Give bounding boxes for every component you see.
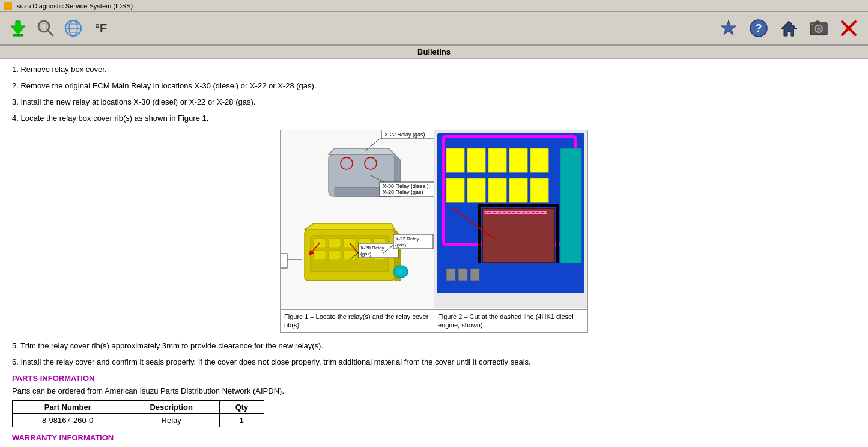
svg-rect-78 — [560, 148, 581, 269]
svg-marker-10 — [721, 20, 736, 35]
svg-rect-17 — [816, 21, 819, 23]
qty-cell: 1 — [219, 413, 264, 427]
close-button[interactable] — [836, 15, 862, 41]
svg-rect-77 — [482, 208, 554, 263]
part-number-cell: 8-98167-260-0 — [13, 413, 123, 427]
step-2-text: 2. Remove the original ECM Main Relay in… — [12, 81, 317, 90]
svg-line-3 — [47, 30, 53, 35]
figure2-caption: Figure 2 – Cut at the dashed line (4HK1 … — [434, 310, 588, 333]
step-5-text: 5. Trim the relay cover rib(s) approxima… — [12, 341, 323, 350]
svg-rect-69 — [488, 148, 506, 172]
svg-text:(gas): (gas) — [360, 251, 372, 257]
title-bar: Isuzu Diagnostic Service System (IDSS) — [0, 0, 868, 12]
svg-rect-1 — [13, 34, 23, 36]
svg-text:(gas): (gas) — [395, 242, 407, 248]
svg-rect-68 — [467, 148, 485, 172]
svg-rect-46 — [344, 251, 356, 260]
svg-text:X-22 Relay (gas): X-22 Relay (gas) — [384, 132, 425, 138]
step-3: 3. Install the new relay at locations X-… — [12, 97, 856, 106]
home-button[interactable] — [775, 15, 802, 41]
parts-heading: PARTS INFORMATION — [12, 374, 856, 383]
search-button[interactable] — [32, 15, 59, 41]
main-content: 1. Remove relay box cover. 2. Remove the… — [0, 59, 868, 447]
svg-rect-44 — [314, 251, 326, 260]
svg-rect-45 — [329, 251, 341, 260]
bulletins-label: Bulletins — [417, 47, 451, 56]
svg-point-4 — [41, 23, 47, 29]
screenshot-button[interactable] — [806, 15, 832, 41]
svg-point-16 — [817, 27, 821, 31]
step-5: 5. Trim the relay cover rib(s) approxima… — [12, 341, 856, 350]
svg-rect-74 — [488, 178, 506, 202]
step-3-text: 3. Install the new relay at locations X-… — [12, 97, 255, 106]
svg-rect-53 — [281, 254, 287, 268]
svg-marker-13 — [781, 21, 797, 36]
step-4-text: 4. Locate the relay box cover rib(s) as … — [12, 114, 208, 123]
svg-text:?: ? — [756, 22, 762, 34]
figure1-cell: X-22 Relay (gas) X-30 Relay (diesel); X-… — [281, 130, 434, 310]
svg-rect-84 — [446, 269, 455, 281]
warranty-heading: WARRANTY INFORMATION — [12, 433, 856, 442]
help-button[interactable]: ? — [745, 15, 772, 41]
step-6-text: 6. Install the relay cover and confirm i… — [12, 357, 531, 366]
app-title: Isuzu Diagnostic Service System (IDSS) — [15, 2, 133, 10]
svg-marker-0 — [11, 21, 25, 34]
svg-rect-73 — [467, 178, 485, 202]
figure1-caption: Figure 1 – Locate the relay(s) and the r… — [281, 310, 434, 333]
figure2-image — [434, 130, 587, 308]
figure-captions-row: Figure 1 – Locate the relay(s) and the r… — [281, 310, 588, 333]
svg-rect-40 — [329, 239, 341, 248]
step-1-text: 1. Remove relay box cover. — [12, 65, 107, 74]
svg-text:X-28 Relay (gas): X-28 Relay (gas) — [383, 189, 423, 195]
col-part-number: Part Number — [13, 400, 123, 413]
step-4: 4. Locate the relay box cover rib(s) as … — [12, 114, 856, 123]
svg-rect-86 — [470, 269, 479, 281]
svg-rect-85 — [458, 269, 467, 281]
step-1: 1. Remove relay box cover. — [12, 65, 856, 74]
svg-rect-18 — [811, 24, 813, 25]
parts-text: Parts can be ordered from American Isuzu… — [12, 386, 856, 395]
download-button[interactable] — [5, 15, 31, 41]
svg-rect-75 — [509, 178, 527, 202]
svg-rect-72 — [446, 178, 464, 202]
figure2-cell — [434, 130, 588, 310]
step-6: 6. Install the relay cover and confirm i… — [12, 357, 856, 366]
toolbar: °F ? — [0, 12, 868, 46]
col-description: Description — [123, 400, 220, 413]
parts-table: Part Number Description Qty 8-98167-260-… — [12, 400, 264, 427]
svg-rect-67 — [446, 148, 464, 172]
svg-marker-23 — [329, 148, 395, 154]
toolbar-right: ? — [715, 15, 863, 41]
figures-table: X-22 Relay (gas) X-30 Relay (diesel); X-… — [280, 130, 588, 333]
table-row: 8-98167-260-0 Relay 1 — [13, 413, 264, 427]
step-2: 2. Remove the original ECM Main Relay in… — [12, 81, 856, 90]
figure1-image: X-22 Relay (gas) X-30 Relay (diesel); X-… — [281, 130, 434, 308]
svg-marker-36 — [305, 224, 395, 230]
favorites-button[interactable] — [715, 15, 742, 41]
svg-rect-70 — [509, 148, 527, 172]
app-icon — [4, 2, 12, 10]
col-qty: Qty — [219, 400, 264, 413]
temperature-icon: °F — [95, 22, 107, 35]
svg-text:X-28 Relay: X-28 Relay — [360, 245, 384, 251]
network-button[interactable] — [60, 15, 86, 41]
svg-point-49 — [393, 266, 408, 278]
svg-rect-71 — [530, 148, 548, 172]
svg-text:X-30 Relay (diesel);: X-30 Relay (diesel); — [383, 183, 430, 189]
bulletins-bar: Bulletins — [0, 46, 868, 59]
svg-rect-76 — [530, 178, 548, 202]
svg-text:X-22 Relay: X-22 Relay — [395, 236, 419, 242]
temperature-button[interactable]: °F — [88, 15, 114, 41]
figures-container: X-22 Relay (gas) X-30 Relay (diesel); X-… — [12, 130, 856, 333]
description-cell: Relay — [123, 413, 220, 427]
